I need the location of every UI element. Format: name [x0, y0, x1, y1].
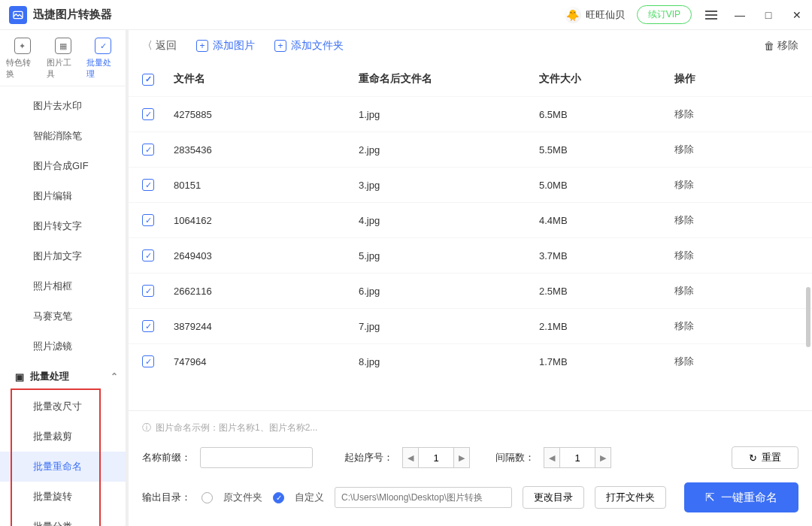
sidebar-item[interactable]: 图片加文字 [0, 241, 126, 271]
sidebar-item[interactable]: 照片相框 [0, 271, 126, 301]
add-image-button[interactable]: +添加图片 [196, 39, 255, 53]
interval-label: 间隔数： [495, 451, 535, 464]
table-row: 801513.jpg5.0MB移除 [129, 167, 812, 202]
table-row: 26621166.jpg2.5MB移除 [129, 273, 812, 308]
row-remove-button[interactable]: 移除 [674, 355, 694, 367]
sidebar-item[interactable]: 图片转文字 [0, 211, 126, 241]
col-header-size: 文件大小 [539, 72, 674, 86]
renew-vip-button[interactable]: 续订VIP [637, 5, 692, 24]
radio-original-folder[interactable] [201, 492, 213, 503]
rename-panel: ⓘ图片命名示例：图片名称1、图片名称2... 名称前缀： 起始序号： ◀ ▶ 间… [129, 410, 812, 526]
sidebar-sub-item[interactable]: 批量分类 [0, 512, 126, 526]
sidebar-group-batch[interactable]: ▣批量处理⌃ [0, 361, 126, 391]
maximize-button[interactable]: □ [762, 9, 774, 21]
radio-custom-folder[interactable] [273, 492, 284, 503]
add-folder-button[interactable]: +添加文件夹 [274, 39, 344, 53]
minimize-button[interactable]: — [734, 9, 746, 21]
row-remove-button[interactable]: 移除 [674, 144, 694, 155]
start-input[interactable] [419, 447, 453, 468]
sidebar-item[interactable]: 照片滤镜 [0, 331, 126, 361]
chevron-up-icon: ⌃ [111, 371, 118, 382]
cell-filename: 80151 [174, 180, 359, 191]
cell-size: 6.5MB [539, 109, 674, 120]
row-checkbox[interactable] [142, 214, 154, 226]
sidebar-item[interactable]: 智能消除笔 [0, 121, 126, 151]
batch-group-icon: ▣ [15, 371, 24, 382]
toolbar: 〈返回 +添加图片 +添加文件夹 🗑移除 [129, 30, 812, 62]
cell-filename: 1064162 [174, 215, 359, 226]
sidebar-item[interactable]: 图片编辑 [0, 181, 126, 211]
start-decrement[interactable]: ◀ [402, 447, 419, 468]
remove-all-button[interactable]: 🗑移除 [764, 39, 798, 53]
reset-button[interactable]: ↻重置 [732, 446, 798, 469]
row-checkbox[interactable] [142, 285, 154, 297]
cell-renamed: 2.jpg [359, 144, 539, 156]
start-stepper: ◀ ▶ [402, 447, 470, 468]
sidebar-sub-item[interactable]: 批量裁剪 [0, 422, 126, 452]
table-row: 10641624.jpg4.4MB移除 [129, 202, 812, 237]
table-header: 文件名 重命名后文件名 文件大小 操作 [129, 62, 812, 96]
row-remove-button[interactable]: 移除 [674, 214, 694, 225]
app-title: 迅捷图片转换器 [33, 8, 112, 22]
sidebar: ✦特色转换 ▦图片工具 ✓批量处理 图片去水印智能消除笔图片合成GIF图片编辑图… [0, 30, 126, 526]
output-label: 输出目录： [142, 491, 191, 504]
cell-filename: 3879244 [174, 321, 359, 332]
user-area[interactable]: 🐥 旺旺仙贝 [565, 7, 625, 23]
back-button[interactable]: 〈返回 [142, 39, 177, 53]
row-remove-button[interactable]: 移除 [674, 320, 694, 331]
row-checkbox[interactable] [142, 355, 154, 367]
interval-decrement[interactable]: ◀ [544, 447, 560, 468]
table-row: 38792447.jpg2.1MB移除 [129, 308, 812, 343]
sidebar-sub-item[interactable]: 批量重命名 [0, 452, 126, 482]
cell-renamed: 6.jpg [359, 286, 539, 297]
menu-icon[interactable] [705, 11, 717, 20]
open-dir-button[interactable]: 打开文件夹 [595, 486, 666, 509]
sidebar-item[interactable]: 马赛克笔 [0, 301, 126, 331]
row-remove-button[interactable]: 移除 [674, 249, 694, 261]
sidebar-item[interactable]: 图片去水印 [0, 91, 126, 121]
cell-filename: 2649403 [174, 250, 359, 261]
prefix-input[interactable] [200, 447, 313, 468]
prefix-label: 名称前缀： [142, 451, 191, 464]
row-checkbox[interactable] [142, 108, 154, 120]
start-label: 起始序号： [344, 451, 393, 464]
sidebar-tab-special[interactable]: ✦特色转换 [6, 38, 39, 80]
sidebar-tab-tools[interactable]: ▦图片工具 [47, 38, 80, 80]
cell-size: 5.0MB [539, 180, 674, 191]
batch-icon: ✓ [95, 38, 111, 54]
rename-action-button[interactable]: ⇱一键重命名 [684, 482, 798, 512]
username: 旺旺仙贝 [586, 8, 625, 22]
interval-increment[interactable]: ▶ [595, 447, 611, 468]
row-remove-button[interactable]: 移除 [674, 285, 694, 296]
table-row: 26494035.jpg3.7MB移除 [129, 237, 812, 273]
sidebar-item[interactable]: 图片合成GIF [0, 151, 126, 181]
sidebar-sub-item[interactable]: 批量改尺寸 [0, 391, 126, 422]
row-remove-button[interactable]: 移除 [674, 179, 694, 190]
cell-filename: 747964 [174, 356, 359, 367]
sidebar-tab-batch[interactable]: ✓批量处理 [86, 38, 120, 80]
row-checkbox[interactable] [142, 144, 154, 156]
select-all-checkbox[interactable] [142, 74, 154, 86]
reset-icon: ↻ [749, 452, 757, 464]
row-checkbox[interactable] [142, 179, 154, 191]
tools-icon: ▦ [55, 38, 71, 54]
avatar-icon: 🐥 [565, 7, 581, 23]
row-checkbox[interactable] [142, 320, 154, 332]
cell-size: 2.1MB [539, 321, 674, 332]
titlebar: 迅捷图片转换器 🐥 旺旺仙贝 续订VIP — □ ✕ [0, 0, 812, 30]
export-icon: ⇱ [705, 491, 715, 504]
change-dir-button[interactable]: 更改目录 [523, 486, 584, 509]
plus-icon: + [196, 40, 208, 52]
cell-size: 2.5MB [539, 286, 674, 297]
interval-input[interactable] [560, 447, 595, 468]
start-increment[interactable]: ▶ [453, 447, 470, 468]
scrollbar-thumb[interactable] [806, 287, 810, 347]
row-checkbox[interactable] [142, 249, 154, 261]
sidebar-sub-item[interactable]: 批量旋转 [0, 482, 126, 512]
radio-original-label: 原文件夹 [223, 491, 262, 504]
row-remove-button[interactable]: 移除 [674, 108, 694, 119]
cell-size: 3.7MB [539, 250, 674, 261]
close-button[interactable]: ✕ [791, 9, 803, 21]
cell-renamed: 7.jpg [359, 321, 539, 332]
output-path-input[interactable] [335, 487, 512, 508]
